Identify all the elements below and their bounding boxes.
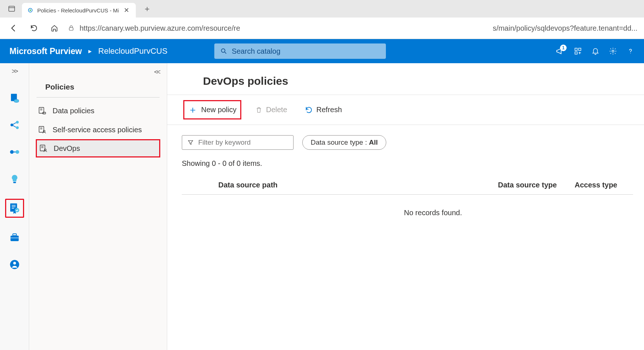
- notifications-button[interactable]: [591, 47, 599, 55]
- rail-data-catalog[interactable]: [7, 91, 22, 105]
- svg-point-36: [43, 112, 46, 113]
- rail-data-map[interactable]: [7, 118, 22, 132]
- page-title: DevOps policies: [167, 63, 644, 95]
- pill-value: All: [369, 138, 377, 146]
- policy-icon: [9, 202, 20, 214]
- empty-message: No records found.: [182, 195, 633, 217]
- refresh-button[interactable]: Refresh: [301, 103, 346, 116]
- user-circle-icon: [9, 259, 20, 270]
- rail-data-estate[interactable]: [7, 145, 22, 159]
- content-area: DevOps policies ＋ New policy Delete Refr…: [167, 63, 644, 350]
- delete-label: Delete: [266, 106, 287, 114]
- url-text-right: s/main/policy/sqldevops?feature.tenant=d…: [493, 24, 637, 33]
- bell-icon: [591, 47, 599, 55]
- toolbox-icon: [9, 232, 20, 243]
- toolbar: ＋ New policy Delete Refresh: [167, 95, 644, 125]
- rail-policy[interactable]: [5, 199, 24, 218]
- grid-icon: [574, 47, 582, 55]
- search-box[interactable]: [214, 43, 386, 59]
- panel-item-devops[interactable]: DevOps: [36, 139, 160, 157]
- trash-icon: [255, 106, 262, 114]
- column-type[interactable]: Data source type: [498, 181, 575, 189]
- breadcrumb-separator: ▸: [88, 47, 92, 55]
- svg-rect-4: [69, 28, 73, 31]
- new-policy-button[interactable]: ＋ New policy: [183, 100, 241, 119]
- svg-line-18: [13, 125, 16, 127]
- refresh-button[interactable]: [27, 21, 41, 35]
- breadcrumb-item[interactable]: RelecloudPurvCUS: [98, 46, 168, 56]
- rail-management[interactable]: [7, 230, 22, 245]
- question-icon: [626, 47, 635, 55]
- filter-row: Data source type : All: [167, 125, 644, 150]
- purview-favicon-icon: [27, 7, 34, 14]
- svg-rect-28: [10, 236, 19, 241]
- tabs-icon: [8, 5, 15, 12]
- svg-point-14: [10, 123, 13, 126]
- data-source-type-filter[interactable]: Data source type : All: [302, 135, 386, 150]
- address-bar: https://canary.web.purview.azure.com/res…: [0, 18, 644, 39]
- rail-expand-button[interactable]: >>: [12, 68, 17, 75]
- tab-close-button[interactable]: ✕: [122, 6, 131, 14]
- connect-icon: [9, 147, 20, 157]
- panel-title: Policies: [37, 79, 160, 98]
- svg-point-3: [30, 9, 31, 11]
- search-input[interactable]: [232, 47, 380, 56]
- gear-icon: [609, 47, 617, 55]
- panel-item-data-policies[interactable]: Data policies: [29, 101, 167, 120]
- svg-rect-9: [575, 52, 577, 54]
- settings-button[interactable]: [609, 47, 617, 55]
- document-user-icon: [38, 125, 47, 134]
- browser-tab[interactable]: Policies - RelecloudPurvCUS - Mi ✕: [22, 3, 136, 18]
- url-text-left: https://canary.web.purview.azure.com/res…: [80, 24, 240, 33]
- panel-item-self-service[interactable]: Self-service access policies: [29, 120, 167, 139]
- svg-rect-29: [13, 234, 16, 236]
- product-name[interactable]: Microsoft Purview: [9, 46, 82, 56]
- feedback-button[interactable]: 1: [556, 47, 564, 56]
- help-button[interactable]: [626, 47, 635, 55]
- svg-rect-0: [9, 6, 15, 11]
- browser-chrome: Policies - RelecloudPurvCUS - Mi ✕ ＋ htt…: [0, 0, 644, 39]
- svg-point-19: [10, 150, 14, 154]
- rail-insights[interactable]: [7, 172, 22, 186]
- svg-point-16: [16, 126, 19, 129]
- home-icon: [50, 24, 58, 32]
- document-user-icon: [39, 144, 48, 153]
- column-path[interactable]: Data source path: [218, 181, 498, 189]
- search-icon: [220, 47, 227, 55]
- share-icon: [9, 119, 20, 130]
- data-table: Data source path Data source type Access…: [182, 181, 633, 217]
- plus-icon: ＋: [188, 103, 198, 116]
- database-icon: [9, 92, 20, 103]
- svg-rect-7: [575, 48, 577, 50]
- apps-button[interactable]: [574, 47, 582, 55]
- delete-button: Delete: [252, 103, 291, 116]
- pill-label: Data source type :: [311, 138, 369, 146]
- side-panel: << Policies Data policies Self-service a…: [29, 63, 167, 350]
- svg-line-17: [13, 123, 16, 125]
- showing-count: Showing 0 - 0 of 0 items.: [167, 150, 644, 168]
- svg-point-40: [43, 130, 45, 132]
- refresh-label: Refresh: [317, 106, 342, 114]
- column-access[interactable]: Access type: [575, 181, 633, 189]
- tab-bar: Policies - RelecloudPurvCUS - Mi ✕ ＋: [0, 0, 644, 18]
- svg-point-15: [16, 121, 19, 124]
- filter-input-wrapper[interactable]: [182, 135, 294, 150]
- filter-input[interactable]: [198, 138, 288, 147]
- filter-icon: [187, 139, 194, 146]
- tab-title: Policies - RelecloudPurvCUS - Mi: [37, 7, 119, 14]
- svg-rect-33: [39, 107, 44, 113]
- tab-actions-button[interactable]: [4, 1, 19, 16]
- lightbulb-icon: [9, 174, 20, 184]
- url-box[interactable]: https://canary.web.purview.azure.com/res…: [68, 24, 637, 33]
- refresh-icon: [30, 24, 38, 32]
- panel-item-label: DevOps: [54, 144, 80, 153]
- home-button[interactable]: [47, 21, 61, 35]
- new-tab-button[interactable]: ＋: [139, 3, 156, 14]
- icon-rail: >>: [0, 63, 29, 350]
- back-button[interactable]: [7, 21, 20, 35]
- panel-collapse-button[interactable]: <<: [29, 68, 167, 79]
- panel-item-label: Self-service access policies: [53, 126, 142, 134]
- svg-point-32: [13, 262, 16, 265]
- lock-icon: [68, 25, 74, 31]
- rail-privacy[interactable]: [7, 257, 22, 272]
